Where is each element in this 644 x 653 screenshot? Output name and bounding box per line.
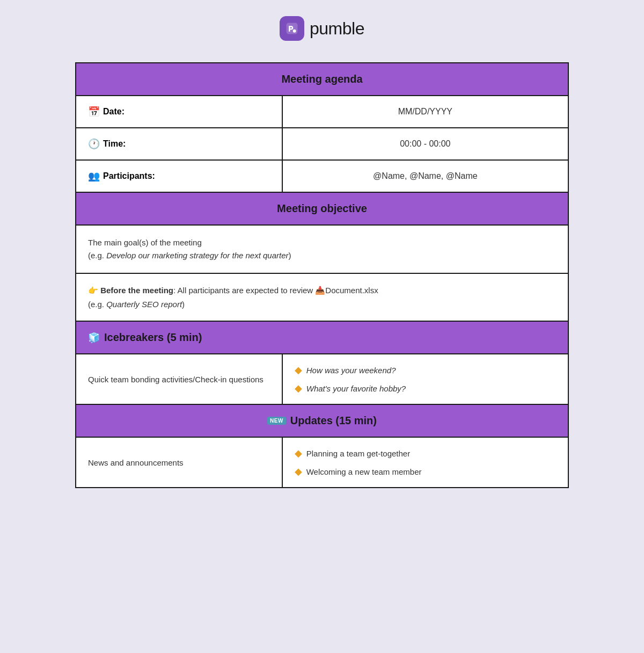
objective-header-row: Meeting objective xyxy=(76,193,568,226)
update-item-1: Planning a team get-together xyxy=(306,449,410,458)
diamond-icon-3: ◆ xyxy=(295,447,302,459)
logo-icon xyxy=(280,16,304,41)
icebreaker-q1: How was your weekend? xyxy=(306,366,396,375)
date-label-cell: 📅 Date: xyxy=(76,96,283,127)
news-right-cell: ◆ Planning a team get-together ◆ Welcomi… xyxy=(283,438,568,487)
date-row: 📅 Date: MM/DD/YYYY xyxy=(76,96,568,128)
before-meeting-text: : All participants are expected to revie… xyxy=(173,286,378,295)
date-value: MM/DD/YYYY xyxy=(398,107,452,117)
svg-point-1 xyxy=(293,30,296,33)
time-value: 00:00 - 00:00 xyxy=(400,139,450,149)
icebreaker-item-1: ◆ How was your weekend? xyxy=(295,364,556,376)
icebreakers-title: Icebreakers (5 min) xyxy=(104,331,202,344)
participants-label-cell: 👥 Participants: xyxy=(76,161,283,192)
date-label: Date: xyxy=(103,107,125,117)
updates-header-row: NEW Updates (15 min) xyxy=(76,405,568,438)
time-value-cell: 00:00 - 00:00 xyxy=(283,128,568,159)
title-row: Meeting agenda xyxy=(76,63,568,96)
icebreakers-content-row: Quick team bonding activities/Check-in q… xyxy=(76,354,568,405)
time-label: Time: xyxy=(103,139,126,149)
date-value-cell: MM/DD/YYYY xyxy=(283,96,568,127)
icebreakers-header: 🧊 Icebreakers (5 min) xyxy=(76,322,568,353)
time-row: 🕐 Time: 00:00 - 00:00 xyxy=(76,128,568,161)
objective-text-1: The main goal(s) of the meeting xyxy=(88,238,202,247)
news-row: News and announcements ◆ Planning a team… xyxy=(76,438,568,487)
news-left-cell: News and announcements xyxy=(76,438,283,487)
before-meeting-cell: 👉 Before the meeting: All participants a… xyxy=(76,274,568,321)
diamond-icon-1: ◆ xyxy=(295,364,302,376)
icebreakers-left-cell: Quick team bonding activities/Check-in q… xyxy=(76,354,283,404)
icebreakers-header-row: 🧊 Icebreakers (5 min) xyxy=(76,322,568,354)
participants-value-cell: @Name, @Name, @Name xyxy=(283,161,568,192)
time-label-cell: 🕐 Time: xyxy=(76,128,283,159)
icebreaker-item-2: ◆ What's your favorite hobby? xyxy=(295,382,556,394)
objective-text-2: (e.g. Develop our marketing strategy for… xyxy=(88,251,291,260)
updates-header: NEW Updates (15 min) xyxy=(76,405,568,437)
objective-eg: Develop our marketing strategy for the n… xyxy=(106,251,288,260)
icebreakers-icon: 🧊 xyxy=(88,332,100,344)
diamond-icon-4: ◆ xyxy=(295,466,302,477)
new-badge: NEW xyxy=(267,417,286,425)
before-meeting-bold: Before the meeting xyxy=(100,286,173,295)
update-item-2: Welcoming a new team member xyxy=(306,467,422,476)
news-item-2: ◆ Welcoming a new team member xyxy=(295,466,556,477)
participants-label: Participants: xyxy=(103,171,155,181)
updates-title: Updates (15 min) xyxy=(290,415,377,427)
pumble-logo-svg xyxy=(284,21,299,36)
icebreakers-right-cell: ◆ How was your weekend? ◆ What's your fa… xyxy=(283,354,568,404)
participants-row: 👥 Participants: @Name, @Name, @Name xyxy=(76,161,568,193)
news-label: News and announcements xyxy=(88,458,184,467)
date-icon: 📅 xyxy=(88,106,100,118)
diamond-icon-2: ◆ xyxy=(295,382,302,394)
news-item-1: ◆ Planning a team get-together xyxy=(295,447,556,459)
before-meeting-emoji: 👉 xyxy=(88,286,100,295)
participants-icon: 👥 xyxy=(88,170,100,182)
icebreaker-q2: What's your favorite hobby? xyxy=(306,384,406,393)
app-header: pumble xyxy=(280,16,364,41)
objective-content: The main goal(s) of the meeting (e.g. De… xyxy=(76,226,568,273)
icebreakers-left-text: Quick team bonding activities/Check-in q… xyxy=(88,375,264,384)
before-meeting-eg-text: Quarterly SEO report xyxy=(106,300,182,309)
logo-text: pumble xyxy=(310,19,364,39)
meeting-agenda-table: Meeting agenda 📅 Date: MM/DD/YYYY 🕐 Time… xyxy=(75,62,569,488)
objective-content-row: The main goal(s) of the meeting (e.g. De… xyxy=(76,226,568,274)
participants-value: @Name, @Name, @Name xyxy=(373,171,478,181)
table-title: Meeting agenda xyxy=(76,63,568,95)
objective-header: Meeting objective xyxy=(76,193,568,224)
before-meeting-eg: (e.g. Quarterly SEO report) xyxy=(88,300,185,309)
time-icon: 🕐 xyxy=(88,138,100,150)
before-meeting-row: 👉 Before the meeting: All participants a… xyxy=(76,274,568,322)
